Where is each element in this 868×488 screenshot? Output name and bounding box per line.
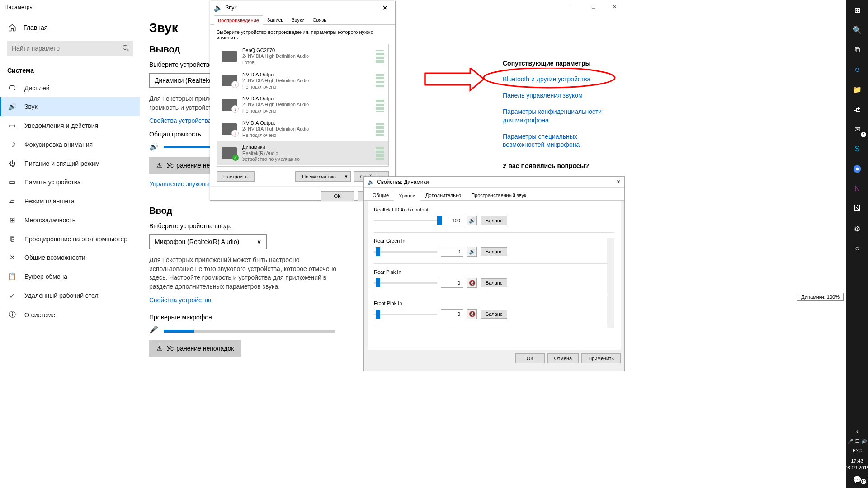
tab-sounds[interactable]: Звуки	[288, 15, 309, 24]
store-icon[interactable]: 🛍	[846, 99, 868, 119]
explorer-icon[interactable]: 📁	[846, 80, 868, 99]
props-ok-button[interactable]: ОК	[515, 353, 545, 363]
level-slider[interactable]	[374, 246, 437, 257]
related-mic-ease[interactable]: Параметры специальных возможностей микро…	[503, 132, 611, 149]
level-value[interactable]	[441, 278, 463, 288]
focus-icon: ☽	[8, 141, 16, 149]
photos-icon[interactable]: 🖼	[846, 199, 868, 219]
playback-device-item[interactable]: NVIDIA Output2- NVIDIA High Definition A…	[217, 69, 388, 93]
mute-button[interactable]: 🔇	[467, 309, 477, 319]
tab-spatial[interactable]: Пространственный звук	[466, 190, 531, 200]
chevron-down-icon: ∨	[257, 238, 261, 245]
search-input[interactable]	[7, 41, 133, 56]
svg-point-0	[123, 45, 127, 49]
minimize-button[interactable]: ─	[562, 0, 583, 14]
nav-clipboard[interactable]: 📋Буфер обмена	[0, 267, 140, 286]
nav-storage[interactable]: ▭Память устройства	[0, 173, 140, 192]
nav-notifications[interactable]: ▭Уведомления и действия	[0, 116, 140, 135]
nav-tablet[interactable]: ▱Режим планшета	[0, 192, 140, 211]
warning-icon: ⚠	[156, 345, 162, 352]
nav-remote[interactable]: ⤢Удаленный рабочий стол	[0, 286, 140, 305]
props-apply-button[interactable]: Применить	[581, 353, 621, 363]
tab-general[interactable]: Общие	[368, 190, 394, 200]
onenote-icon[interactable]: N	[846, 179, 868, 199]
properties-footer: ОК Отмена Применить	[364, 353, 624, 367]
settings-icon[interactable]: ⚙	[846, 219, 868, 239]
start-button[interactable]: ⊞	[846, 0, 868, 20]
nav-display[interactable]: 🖵Дисплей	[0, 79, 140, 97]
sound-dialog-close[interactable]: ✕	[378, 4, 392, 12]
troubleshoot-input-button[interactable]: ⚠ Устранение неполадок	[149, 340, 241, 357]
playback-device-item[interactable]: ДинамикиRealtek(R) AudioУстройство по ум…	[217, 141, 388, 165]
nav-projecting[interactable]: ⎘Проецирование на этот компьютер	[0, 230, 140, 248]
level-value[interactable]	[441, 309, 463, 319]
close-button[interactable]: ✕	[604, 0, 625, 14]
playback-device-item[interactable]: NVIDIA Output2- NVIDIA High Definition A…	[217, 93, 388, 117]
device-properties-link-2[interactable]: Свойства устройства	[149, 296, 212, 304]
sound-dialog-title: Звук	[226, 5, 375, 11]
related-mic-privacy[interactable]: Параметры конфиденциальности для микрофо…	[503, 108, 611, 124]
nav-focus[interactable]: ☽Фокусировка внимания	[0, 135, 140, 154]
chrome-icon[interactable]	[846, 159, 868, 179]
level-label: Rear Pink In	[374, 269, 607, 275]
tab-advanced[interactable]: Дополнительно	[420, 190, 466, 200]
edge-icon[interactable]: e	[846, 60, 868, 80]
task-view-button[interactable]: ⧉	[846, 40, 868, 60]
mail-icon[interactable]: ✉	[846, 119, 868, 139]
tab-recording[interactable]: Запись	[263, 15, 288, 24]
home-link[interactable]: Главная	[0, 19, 140, 36]
tray-expand[interactable]: ‹	[846, 426, 868, 437]
playback-device-item[interactable]: NVIDIA Output2- NVIDIA High Definition A…	[217, 117, 388, 141]
app-icon[interactable]: ○	[846, 239, 868, 258]
level-value[interactable]	[441, 216, 463, 225]
tray-volume-icon[interactable]: 🔊	[861, 439, 867, 444]
level-value[interactable]	[441, 247, 463, 257]
settings-title: Параметры	[5, 4, 33, 10]
related-sound-cp[interactable]: Панель управления звуком	[503, 91, 611, 99]
mute-button[interactable]: 🔊	[467, 247, 477, 257]
level-slider[interactable]	[374, 215, 437, 226]
balance-button[interactable]: Баланс	[481, 247, 507, 256]
nav-sound[interactable]: 🔊Звук	[0, 97, 140, 116]
level-group: Rear Pink In🔇Баланс	[374, 269, 607, 295]
mute-button[interactable]: 🔊	[467, 216, 477, 225]
nav-shared[interactable]: ✕Общие возможности	[0, 248, 140, 267]
tray-monitor-icon[interactable]: 🖵	[855, 439, 859, 444]
tab-communications[interactable]: Связь	[309, 15, 330, 24]
playback-device-item[interactable]: Цифровой выходRealtek(R) Audio	[217, 165, 388, 167]
level-label: Front Pink In	[374, 300, 607, 306]
tab-playback[interactable]: Воспроизведение	[214, 15, 263, 25]
skype-icon[interactable]: S	[846, 139, 868, 159]
set-default-button[interactable]: По умолчанию▾	[295, 171, 350, 182]
device-icon	[222, 99, 237, 111]
mute-button[interactable]: 🔇	[467, 278, 477, 288]
balance-button[interactable]: Баланс	[481, 278, 507, 287]
nav-multitask[interactable]: ⊞Многозадачность	[0, 211, 140, 230]
tray-clock[interactable]: 17:43 08.09.2019	[844, 456, 868, 473]
playback-device-list[interactable]: BenQ GC28702- NVIDIA High Definition Aud…	[217, 44, 389, 167]
action-center-icon[interactable]: 💬	[846, 473, 868, 486]
maximize-button[interactable]: ☐	[583, 0, 604, 14]
playback-device-item[interactable]: BenQ GC28702- NVIDIA High Definition Aud…	[217, 44, 388, 69]
configure-button[interactable]: Настроить	[217, 171, 255, 182]
nav-about[interactable]: ⓘО системе	[0, 305, 140, 324]
nav-power[interactable]: ⏻Питание и спящий режим	[0, 154, 140, 173]
tab-levels[interactable]: Уровни	[394, 191, 420, 201]
balance-button[interactable]: Баланс	[481, 310, 507, 319]
props-cancel-button[interactable]: Отмена	[547, 353, 579, 363]
sound-dialog-tabs: Воспроизведение Запись Звуки Связь	[210, 15, 395, 25]
tray-mic-icon[interactable]: 🎤	[848, 439, 853, 444]
microphone-icon: 🎤	[149, 325, 158, 334]
search-button[interactable]: 🔍	[846, 20, 868, 40]
levels-scroll[interactable]: Rear Green In🔊БалансRear Pink In🔇БалансF…	[374, 238, 614, 328]
level-slider[interactable]	[374, 277, 437, 288]
balance-button[interactable]: Баланс	[481, 216, 507, 225]
related-heading: Сопутствующие параметры	[503, 60, 611, 67]
device-properties-link[interactable]: Свойства устройства	[149, 117, 212, 124]
ok-button[interactable]: ОК	[321, 191, 354, 201]
related-bluetooth[interactable]: Bluetooth и другие устройства	[503, 75, 611, 83]
properties-close[interactable]: ✕	[616, 179, 621, 185]
tray-language[interactable]: РУС	[853, 446, 862, 456]
input-device-select[interactable]: Микрофон (Realtek(R) Audio)∨	[149, 234, 267, 249]
level-slider[interactable]	[374, 309, 437, 319]
